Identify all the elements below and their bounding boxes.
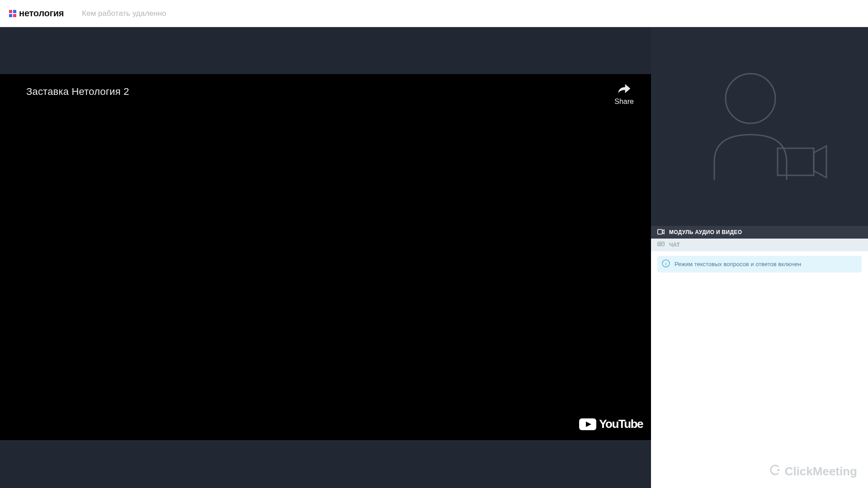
- chat-body: Режим текстовых вопросов и ответов включ…: [651, 251, 868, 488]
- svg-marker-10: [662, 230, 664, 234]
- qa-mode-notice-text: Режим текстовых вопросов и ответов включ…: [675, 261, 801, 267]
- youtube-wordmark: YouTube: [599, 417, 643, 431]
- svg-marker-8: [814, 146, 826, 178]
- camera-icon: [657, 229, 665, 236]
- clickmeeting-icon: [769, 464, 781, 479]
- youtube-watermark[interactable]: YouTube: [579, 417, 643, 431]
- brand-logo-mark-icon: [9, 10, 16, 17]
- qa-mode-notice: Режим текстовых вопросов и ответов включ…: [657, 256, 862, 272]
- svg-point-6: [726, 74, 775, 123]
- chat-header[interactable]: ЧАТ: [651, 239, 868, 251]
- clickmeeting-wordmark: ClickMeeting: [785, 465, 857, 479]
- info-icon: [662, 259, 670, 269]
- video-title: Заставка Нетология 2: [26, 86, 129, 98]
- share-icon: [618, 83, 631, 96]
- svg-rect-1: [13, 10, 16, 13]
- stage-top-padding: [0, 27, 651, 74]
- share-button[interactable]: Share: [614, 83, 634, 106]
- svg-point-17: [777, 469, 779, 471]
- webcam-area: [651, 27, 868, 226]
- svg-rect-7: [778, 148, 814, 175]
- av-module-header[interactable]: МОДУЛЬ АУДИО И ВИДЕО: [651, 226, 868, 239]
- youtube-icon: [579, 418, 596, 430]
- workspace: Заставка Нетология 2 Share YouTube: [0, 27, 868, 488]
- svg-rect-0: [9, 10, 12, 13]
- av-module-label: МОДУЛЬ АУДИО И ВИДЕО: [669, 229, 742, 235]
- chat-header-label: ЧАТ: [669, 242, 680, 248]
- svg-rect-3: [13, 14, 16, 17]
- video-player[interactable]: Заставка Нетология 2 Share YouTube: [0, 74, 651, 440]
- chat-icon: [657, 242, 665, 249]
- share-button-label: Share: [614, 98, 634, 106]
- brand-logo[interactable]: нетология: [9, 8, 64, 19]
- clickmeeting-watermark: ClickMeeting: [769, 464, 857, 479]
- right-panel: МОДУЛЬ АУДИО И ВИДЕО ЧАТ: [651, 27, 868, 488]
- presenter-placeholder-icon: [692, 67, 827, 186]
- svg-rect-9: [658, 229, 662, 234]
- svg-rect-2: [9, 14, 12, 17]
- brand-logo-text: нетология: [19, 8, 64, 19]
- stage-area: Заставка Нетология 2 Share YouTube: [0, 27, 651, 488]
- stage-bottom-padding: [0, 440, 651, 488]
- breadcrumb[interactable]: Кем работать удаленно: [82, 9, 166, 18]
- top-bar: нетология Кем работать удаленно: [0, 0, 868, 27]
